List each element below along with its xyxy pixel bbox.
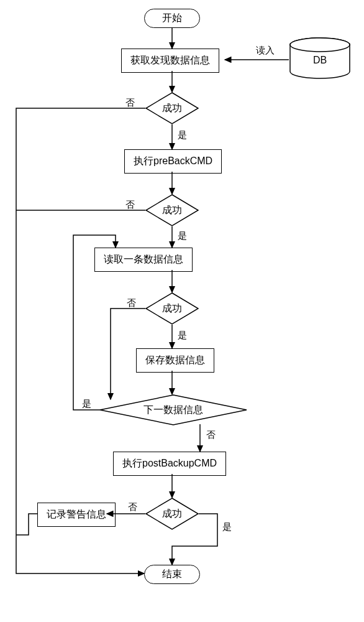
edge-label-readin: 读入 [256, 45, 275, 57]
readone-label: 读取一条数据信息 [104, 254, 183, 264]
edge-label-succ3-no: 否 [127, 297, 136, 309]
edge-label-next-yes: 是 [82, 398, 91, 410]
save-process: 保存数据信息 [136, 348, 214, 373]
readone-process: 读取一条数据信息 [94, 248, 193, 272]
svg-point-1 [290, 38, 350, 52]
edge-label-succ1-no: 否 [125, 97, 135, 109]
fetch-process: 获取发现数据信息 [121, 49, 219, 73]
edge-label-succ4-no: 否 [128, 501, 137, 513]
db-label: DB [313, 55, 327, 66]
fetch-label: 获取发现数据信息 [130, 55, 210, 65]
succ1-decision: 成功 [145, 92, 199, 124]
db-database: DB [289, 37, 351, 80]
succ2-decision: 成功 [145, 194, 199, 226]
start-terminal: 开始 [144, 9, 200, 28]
edge-label-succ3-yes: 是 [178, 330, 187, 341]
succ1-label: 成功 [162, 102, 182, 115]
succ2-label: 成功 [162, 204, 182, 217]
next-label: 下一数据信息 [143, 404, 203, 417]
edge-label-next-no: 否 [206, 429, 216, 441]
edge-label-succ2-yes: 是 [178, 230, 187, 242]
warn-label: 记录警告信息 [47, 509, 106, 519]
preback-process: 执行preBackCMD [124, 149, 222, 174]
save-label: 保存数据信息 [145, 355, 205, 365]
succ3-decision: 成功 [145, 292, 199, 325]
next-decision: 下一数据信息 [99, 394, 247, 425]
edge-label-succ2-no: 否 [125, 199, 135, 211]
edge-label-succ1-yes: 是 [178, 129, 187, 141]
succ4-label: 成功 [162, 508, 182, 521]
end-label: 结束 [162, 569, 182, 579]
preback-label: 执行preBackCMD [134, 156, 212, 166]
edge-label-succ4-yes: 是 [222, 521, 232, 533]
succ3-label: 成功 [162, 302, 182, 315]
warn-process: 记录警告信息 [37, 503, 116, 527]
postback-process: 执行postBackupCMD [113, 452, 226, 476]
start-label: 开始 [162, 12, 182, 23]
postback-label: 执行postBackupCMD [122, 458, 217, 468]
end-terminal: 结束 [144, 565, 200, 584]
succ4-decision: 成功 [145, 498, 199, 530]
